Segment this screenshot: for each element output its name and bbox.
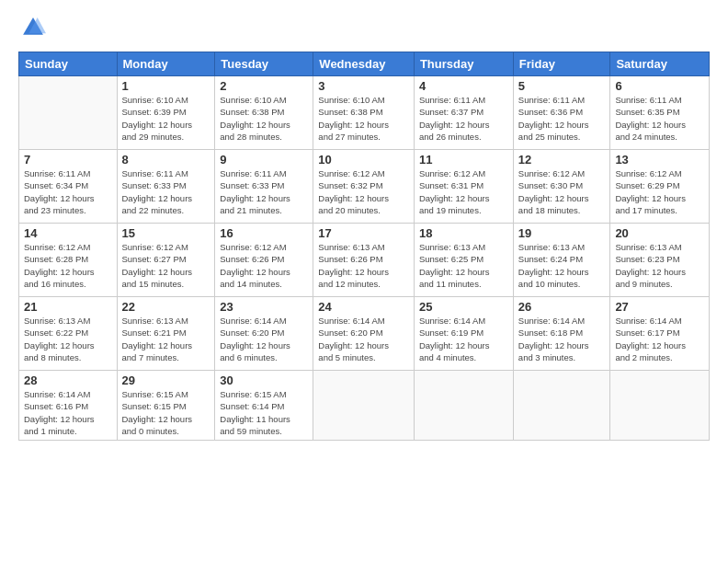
calendar-week-row: 1Sunrise: 6:10 AM Sunset: 6:39 PM Daylig… [19, 76, 710, 150]
day-number: 23 [220, 300, 308, 314]
day-info: Sunrise: 6:11 AM Sunset: 6:33 PM Dayligh… [122, 167, 210, 216]
day-info: Sunrise: 6:13 AM Sunset: 6:23 PM Dayligh… [615, 241, 704, 290]
day-info: Sunrise: 6:10 AM Sunset: 6:39 PM Dayligh… [122, 94, 210, 143]
calendar-day-cell: 1Sunrise: 6:10 AM Sunset: 6:39 PM Daylig… [117, 76, 215, 150]
logo-icon [20, 15, 46, 40]
day-number: 25 [419, 300, 508, 314]
day-info: Sunrise: 6:10 AM Sunset: 6:38 PM Dayligh… [318, 94, 409, 143]
day-number: 29 [122, 373, 210, 387]
day-number: 13 [615, 153, 704, 167]
day-number: 30 [220, 373, 308, 387]
header [18, 15, 710, 44]
day-number: 11 [419, 153, 508, 167]
day-number: 22 [122, 300, 210, 314]
calendar-week-row: 28Sunrise: 6:14 AM Sunset: 6:16 PM Dayli… [19, 371, 710, 441]
day-info: Sunrise: 6:14 AM Sunset: 6:16 PM Dayligh… [24, 388, 112, 437]
day-number: 3 [318, 79, 409, 93]
day-info: Sunrise: 6:13 AM Sunset: 6:22 PM Dayligh… [24, 315, 112, 363]
calendar-day-cell: 28Sunrise: 6:14 AM Sunset: 6:16 PM Dayli… [19, 371, 118, 441]
calendar-day-header: Thursday [414, 52, 513, 76]
day-number: 16 [220, 226, 308, 240]
day-number: 12 [518, 153, 606, 167]
calendar-day-cell: 7Sunrise: 6:11 AM Sunset: 6:34 PM Daylig… [19, 150, 118, 224]
calendar-table: SundayMondayTuesdayWednesdayThursdayFrid… [18, 52, 710, 441]
logo [18, 15, 46, 44]
calendar-day-cell: 11Sunrise: 6:12 AM Sunset: 6:31 PM Dayli… [414, 150, 513, 224]
calendar-week-row: 21Sunrise: 6:13 AM Sunset: 6:22 PM Dayli… [19, 297, 710, 371]
calendar-day-cell: 16Sunrise: 6:12 AM Sunset: 6:26 PM Dayli… [215, 224, 313, 297]
day-info: Sunrise: 6:13 AM Sunset: 6:21 PM Dayligh… [122, 315, 210, 363]
calendar-day-cell: 6Sunrise: 6:11 AM Sunset: 6:35 PM Daylig… [610, 76, 710, 150]
calendar-day-cell: 30Sunrise: 6:15 AM Sunset: 6:14 PM Dayli… [215, 371, 313, 441]
calendar-day-header: Tuesday [215, 52, 313, 76]
day-info: Sunrise: 6:12 AM Sunset: 6:32 PM Dayligh… [318, 167, 409, 216]
day-info: Sunrise: 6:14 AM Sunset: 6:19 PM Dayligh… [419, 315, 508, 363]
day-number: 1 [122, 79, 210, 93]
calendar-day-header: Monday [117, 52, 215, 76]
calendar-day-cell: 19Sunrise: 6:13 AM Sunset: 6:24 PM Dayli… [513, 224, 610, 297]
day-number: 21 [24, 300, 112, 314]
day-number: 24 [318, 300, 409, 314]
calendar-day-header: Sunday [19, 52, 118, 76]
calendar-day-cell: 8Sunrise: 6:11 AM Sunset: 6:33 PM Daylig… [117, 150, 215, 224]
calendar-day-header: Friday [513, 52, 610, 76]
day-number: 17 [318, 226, 409, 240]
calendar-day-cell: 15Sunrise: 6:12 AM Sunset: 6:27 PM Dayli… [117, 224, 215, 297]
calendar-day-cell: 29Sunrise: 6:15 AM Sunset: 6:15 PM Dayli… [117, 371, 215, 441]
calendar-day-cell: 4Sunrise: 6:11 AM Sunset: 6:37 PM Daylig… [414, 76, 513, 150]
calendar-day-cell: 25Sunrise: 6:14 AM Sunset: 6:19 PM Dayli… [414, 297, 513, 371]
day-number: 20 [615, 226, 704, 240]
day-number: 28 [24, 373, 112, 387]
day-info: Sunrise: 6:15 AM Sunset: 6:15 PM Dayligh… [122, 388, 210, 437]
day-info: Sunrise: 6:14 AM Sunset: 6:20 PM Dayligh… [220, 315, 308, 363]
day-info: Sunrise: 6:12 AM Sunset: 6:31 PM Dayligh… [419, 167, 508, 216]
calendar-day-header: Saturday [610, 52, 710, 76]
calendar-day-cell: 22Sunrise: 6:13 AM Sunset: 6:21 PM Dayli… [117, 297, 215, 371]
calendar-day-cell: 10Sunrise: 6:12 AM Sunset: 6:32 PM Dayli… [313, 150, 415, 224]
calendar-day-cell: 14Sunrise: 6:12 AM Sunset: 6:28 PM Dayli… [19, 224, 118, 297]
day-info: Sunrise: 6:11 AM Sunset: 6:36 PM Dayligh… [518, 94, 606, 143]
day-info: Sunrise: 6:12 AM Sunset: 6:30 PM Dayligh… [518, 167, 606, 216]
day-info: Sunrise: 6:12 AM Sunset: 6:27 PM Dayligh… [122, 241, 210, 290]
calendar-day-cell [414, 371, 513, 441]
day-info: Sunrise: 6:12 AM Sunset: 6:29 PM Dayligh… [615, 167, 704, 216]
day-info: Sunrise: 6:10 AM Sunset: 6:38 PM Dayligh… [220, 94, 308, 143]
day-number: 5 [518, 79, 606, 93]
calendar-day-cell [313, 371, 415, 441]
calendar-day-cell: 24Sunrise: 6:14 AM Sunset: 6:20 PM Dayli… [313, 297, 415, 371]
day-info: Sunrise: 6:11 AM Sunset: 6:34 PM Dayligh… [24, 167, 112, 216]
day-number: 6 [615, 79, 704, 93]
day-info: Sunrise: 6:11 AM Sunset: 6:33 PM Dayligh… [220, 167, 308, 216]
day-number: 19 [518, 226, 606, 240]
day-info: Sunrise: 6:14 AM Sunset: 6:18 PM Dayligh… [518, 315, 606, 363]
day-info: Sunrise: 6:14 AM Sunset: 6:17 PM Dayligh… [615, 315, 704, 363]
calendar-day-cell [513, 371, 610, 441]
calendar-week-row: 7Sunrise: 6:11 AM Sunset: 6:34 PM Daylig… [19, 150, 710, 224]
day-info: Sunrise: 6:12 AM Sunset: 6:28 PM Dayligh… [24, 241, 112, 290]
day-number: 15 [122, 226, 210, 240]
day-number: 2 [220, 79, 308, 93]
day-number: 14 [24, 226, 112, 240]
day-number: 10 [318, 153, 409, 167]
calendar-header-row: SundayMondayTuesdayWednesdayThursdayFrid… [19, 52, 710, 76]
calendar-day-cell: 23Sunrise: 6:14 AM Sunset: 6:20 PM Dayli… [215, 297, 313, 371]
day-info: Sunrise: 6:14 AM Sunset: 6:20 PM Dayligh… [318, 315, 409, 363]
day-number: 8 [122, 153, 210, 167]
day-info: Sunrise: 6:12 AM Sunset: 6:26 PM Dayligh… [220, 241, 308, 290]
calendar-day-cell: 20Sunrise: 6:13 AM Sunset: 6:23 PM Dayli… [610, 224, 710, 297]
calendar-day-cell: 2Sunrise: 6:10 AM Sunset: 6:38 PM Daylig… [215, 76, 313, 150]
day-info: Sunrise: 6:11 AM Sunset: 6:35 PM Dayligh… [615, 94, 704, 143]
calendar-day-cell: 13Sunrise: 6:12 AM Sunset: 6:29 PM Dayli… [610, 150, 710, 224]
calendar-day-cell: 17Sunrise: 6:13 AM Sunset: 6:26 PM Dayli… [313, 224, 415, 297]
day-number: 7 [24, 153, 112, 167]
calendar-day-cell [610, 371, 710, 441]
calendar-day-cell: 3Sunrise: 6:10 AM Sunset: 6:38 PM Daylig… [313, 76, 415, 150]
calendar-body: 1Sunrise: 6:10 AM Sunset: 6:39 PM Daylig… [19, 76, 710, 441]
day-info: Sunrise: 6:15 AM Sunset: 6:14 PM Dayligh… [220, 388, 308, 437]
calendar-day-cell: 26Sunrise: 6:14 AM Sunset: 6:18 PM Dayli… [513, 297, 610, 371]
day-number: 18 [419, 226, 508, 240]
calendar-day-header: Wednesday [313, 52, 415, 76]
day-info: Sunrise: 6:13 AM Sunset: 6:26 PM Dayligh… [318, 241, 409, 290]
day-number: 4 [419, 79, 508, 93]
day-number: 27 [615, 300, 704, 314]
